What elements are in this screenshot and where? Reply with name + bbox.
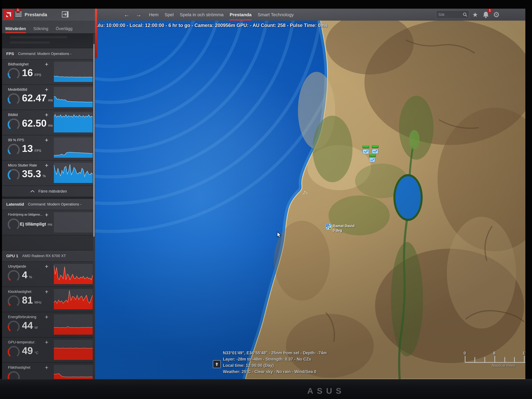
add-overlay-metric-button[interactable]: + (45, 339, 48, 346)
metric-card: Bildtid+62.50ms (2, 110, 95, 135)
main-nav: HemSpelSpela in och strömmaPrestandaSmar… (149, 9, 294, 21)
monitor-bezel-right (525, 0, 532, 399)
section-badge: Latenstid (6, 202, 24, 207)
metric-unit: MHz (34, 300, 42, 304)
amd-logo[interactable] (4, 9, 13, 20)
metric-value: 81 (22, 294, 33, 306)
metric-card: Klockhastighet+81MHz (2, 287, 95, 312)
metric-sparkline (54, 163, 93, 183)
add-overlay-metric-button[interactable]: + (45, 288, 48, 295)
page-title: Prestanda (25, 9, 47, 21)
metric-value: 62.47 (22, 92, 47, 104)
search-input[interactable] (436, 13, 463, 17)
monitor-brand-logo: ASUS (307, 386, 345, 396)
metric-label: Energiförbrukning (8, 315, 36, 319)
section-header: FPSCommand: Modern Operations - (2, 48, 95, 60)
metric-label: Utnyttjande (8, 264, 26, 269)
section-divider (2, 196, 95, 198)
add-overlay-metric-button[interactable]: + (45, 111, 48, 118)
scale-caption: Nautical miles (492, 363, 515, 367)
fewer-metrics-button[interactable]: Färre mätvärden (2, 186, 95, 196)
metrics-sidebar: MätvärdenSökningÖverlägg FPSCommand: Mod… (2, 21, 95, 379)
metric-label: Klockhastighet (8, 290, 32, 294)
tab-m-tv-rden[interactable]: Mätvärden (5, 26, 26, 33)
metric-value: 44 (22, 320, 33, 331)
section-badge: FPS (6, 51, 14, 56)
metric-unit: % (29, 275, 32, 279)
metric-card: Micro Stutter Rate+35.3% (2, 161, 95, 186)
metric-label: 99 % FPS (8, 138, 24, 142)
local-time-line: Local time: 12:00:00 (Day) (223, 362, 327, 368)
metric-label: Bildhastighet (8, 62, 29, 66)
tab-s-kning[interactable]: Sökning (33, 26, 48, 33)
game-info-panel: N33°01'49", E34°55'48" - 25nm from sel -… (213, 350, 327, 375)
metric-card: Fördröjning av bildgene...+Ej tillämplig… (2, 210, 95, 235)
add-overlay-metric-button[interactable]: + (45, 211, 48, 218)
add-overlay-metric-button[interactable]: + (45, 61, 48, 68)
unit-icon-2[interactable] (372, 146, 379, 154)
metric-unit: °C (34, 351, 38, 355)
metric-value: 4 (22, 269, 27, 280)
add-overlay-metric-button[interactable]: + (45, 86, 48, 93)
game-map[interactable] (93, 9, 526, 379)
metric-gauge (6, 167, 21, 182)
hula-valley (409, 130, 420, 149)
nav-forward-button[interactable]: → (136, 11, 141, 18)
metric-unit: ms (48, 123, 53, 127)
metric-gauge (6, 344, 21, 359)
metric-unit: ms (48, 98, 53, 102)
metric-sparkline (54, 289, 93, 309)
metric-sparkline (54, 138, 93, 158)
metric-label: Medelbildtid (8, 88, 27, 92)
add-overlay-metric-button[interactable]: + (45, 136, 48, 144)
unit-icon-1[interactable] (362, 146, 369, 154)
metric-unit: ms (48, 222, 52, 227)
layer-strength-line: Layer: -28m to -48m - Strength: 0.37 - N… (223, 356, 327, 362)
metric-gauge (6, 142, 21, 157)
monitor-bezel-bottom: ASUS (0, 379, 532, 399)
collapse-panel-button[interactable] (62, 11, 69, 19)
favorites-star-icon[interactable]: ★ (472, 9, 478, 21)
sidebar-tabs: MätvärdenSökningÖverlägg (2, 21, 95, 33)
add-overlay-metric-button[interactable]: + (45, 364, 48, 371)
nav-item-smart-technology[interactable]: Smart Technology (258, 12, 294, 17)
metric-label: Fläkthastighet (8, 366, 30, 370)
metric-sparkline (54, 340, 93, 360)
sidebar-scrollbar-thumb[interactable] (93, 44, 95, 237)
add-overlay-metric-button[interactable]: + (45, 313, 48, 321)
metric-value: 16 (22, 67, 33, 78)
gear-icon[interactable]: ⚙ (493, 9, 500, 21)
map-label-name: Ramat David (333, 224, 355, 228)
metric-sparkline (54, 212, 93, 233)
metric-gauge (6, 217, 21, 231)
map-label-ramat-david[interactable]: Ramat David 0 deg (326, 224, 355, 233)
unit-name-tag (372, 146, 379, 148)
unit-icon-3[interactable] (369, 154, 376, 162)
sea-of-galilee (395, 176, 421, 219)
search-box (436, 10, 469, 19)
nav-item-prestanda[interactable]: Prestanda (230, 12, 252, 17)
metric-gauge (6, 369, 21, 379)
section-header: LatenstidCommand: Modern Operations - (2, 198, 95, 210)
nav-item-hem[interactable]: Hem (149, 12, 158, 17)
section-title: AMD Radeon RX 6700 XT (22, 254, 66, 258)
tab--verl-gg[interactable]: Överlägg (56, 26, 72, 33)
metric-label: Micro Stutter Rate (8, 163, 37, 167)
search-icon[interactable] (463, 12, 468, 17)
nav-back-button[interactable]: ← (124, 11, 130, 18)
scale-tick-0: 0 (464, 351, 466, 356)
metric-sparkline (54, 264, 93, 284)
metric-label: Fördröjning av bildgene... (8, 213, 43, 216)
nav-item-spela-in-och-str-mma[interactable]: Spela in och strömma (180, 12, 224, 17)
coords-depth-line: N33°01'49", E34°55'48" - 25nm from sel -… (223, 350, 327, 356)
add-overlay-metric-button[interactable]: + (45, 263, 48, 270)
section-title: Command: Modern Operations - (18, 52, 71, 56)
metric-gauge (6, 294, 21, 308)
metric-sparkline (54, 112, 93, 133)
expand-info-icon[interactable] (213, 360, 221, 368)
metric-card: Bildhastighet+16FPS (2, 60, 95, 85)
metric-gauge (6, 268, 21, 283)
metric-card: Medelbildtid+62.47ms (2, 85, 95, 110)
nav-item-spel[interactable]: Spel (165, 12, 174, 17)
add-overlay-metric-button[interactable]: + (45, 162, 48, 169)
